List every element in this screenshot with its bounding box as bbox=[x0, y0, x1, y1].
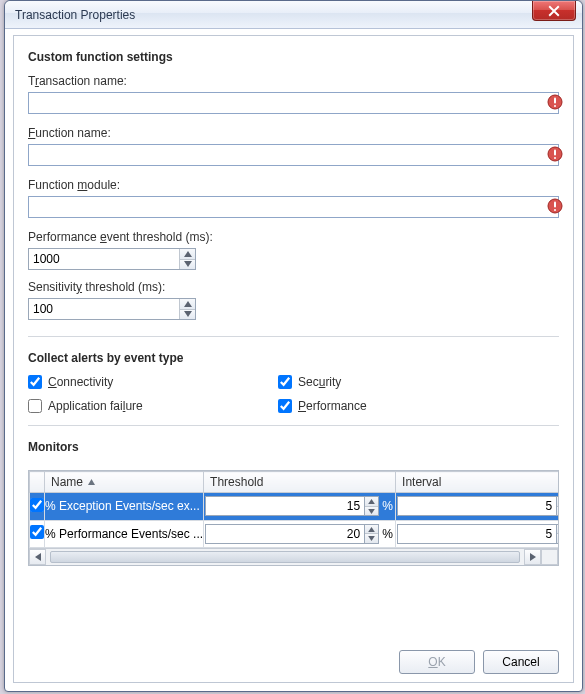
row-threshold-up[interactable] bbox=[365, 497, 378, 506]
row-name: % Exception Events/sec ex... bbox=[45, 493, 204, 521]
monitors-grid: Name Threshold Interval % Exception Even… bbox=[28, 470, 559, 566]
section-alerts-heading: Collect alerts by event type bbox=[28, 351, 559, 365]
checkbox-security-input[interactable] bbox=[278, 375, 292, 389]
row-threshold-up[interactable] bbox=[365, 525, 378, 534]
section-custom-heading: Custom function settings bbox=[28, 50, 559, 64]
perf-threshold-down[interactable] bbox=[180, 259, 195, 270]
transaction-name-label: Transaction name: bbox=[28, 74, 559, 88]
row-threshold-down[interactable] bbox=[365, 506, 378, 516]
row-interval-up[interactable] bbox=[557, 525, 558, 534]
checkbox-app-failure[interactable]: Application failure bbox=[28, 399, 278, 413]
function-name-input[interactable] bbox=[28, 144, 559, 166]
pct-label: % bbox=[381, 527, 394, 541]
pct-label: % bbox=[381, 499, 394, 513]
svg-rect-1 bbox=[554, 98, 556, 104]
row-threshold-input[interactable] bbox=[205, 524, 365, 544]
sensitivity-threshold-down[interactable] bbox=[180, 309, 195, 320]
close-icon bbox=[548, 5, 560, 17]
row-interval-up[interactable] bbox=[557, 497, 558, 506]
section-monitors-heading: Monitors bbox=[28, 440, 559, 454]
ok-button[interactable]: OK bbox=[399, 650, 475, 674]
perf-threshold-input[interactable] bbox=[29, 249, 179, 269]
sensitivity-threshold-spinner[interactable] bbox=[28, 298, 196, 320]
transaction-name-input[interactable] bbox=[28, 92, 559, 114]
checkbox-app-failure-input[interactable] bbox=[28, 399, 42, 413]
divider bbox=[28, 336, 559, 337]
window-title: Transaction Properties bbox=[15, 8, 135, 22]
row-interval-down[interactable] bbox=[557, 506, 558, 516]
row-checkbox[interactable] bbox=[30, 525, 44, 539]
row-checkbox[interactable] bbox=[30, 498, 44, 512]
sensitivity-threshold-label: Sensitivity threshold (ms): bbox=[28, 280, 559, 294]
row-threshold-spinner[interactable] bbox=[205, 524, 379, 544]
scrollbar-track[interactable] bbox=[46, 549, 524, 565]
error-icon bbox=[547, 94, 563, 110]
scroll-right-button[interactable] bbox=[524, 549, 541, 565]
dialog-footer: OK Cancel bbox=[28, 640, 559, 674]
row-threshold-spinner[interactable] bbox=[205, 496, 379, 516]
svg-rect-8 bbox=[554, 209, 556, 211]
table-row[interactable]: % Performance Events/sec ... % minutes bbox=[30, 520, 559, 548]
row-threshold-down[interactable] bbox=[365, 533, 378, 543]
row-interval-input[interactable] bbox=[397, 524, 557, 544]
row-threshold-input[interactable] bbox=[205, 496, 365, 516]
svg-rect-2 bbox=[554, 105, 556, 107]
perf-threshold-label: Performance event threshold (ms): bbox=[28, 230, 559, 244]
error-icon bbox=[547, 198, 563, 214]
function-module-label: Function module: bbox=[28, 178, 559, 192]
scroll-left-button[interactable] bbox=[29, 549, 46, 565]
close-button[interactable] bbox=[532, 1, 576, 21]
sensitivity-threshold-input[interactable] bbox=[29, 299, 179, 319]
row-interval-spinner[interactable] bbox=[397, 496, 558, 516]
client-area: Custom function settings Transaction nam… bbox=[13, 35, 574, 683]
divider bbox=[28, 425, 559, 426]
col-interval[interactable]: Interval bbox=[396, 472, 558, 493]
row-name: % Performance Events/sec ... bbox=[45, 520, 204, 548]
horizontal-scrollbar[interactable] bbox=[29, 548, 558, 565]
checkbox-performance[interactable]: Performance bbox=[278, 399, 559, 413]
col-threshold[interactable]: Threshold bbox=[204, 472, 396, 493]
checkbox-connectivity[interactable]: Connectivity bbox=[28, 375, 278, 389]
checkbox-connectivity-input[interactable] bbox=[28, 375, 42, 389]
col-name[interactable]: Name bbox=[45, 472, 204, 493]
table-row[interactable]: % Exception Events/sec ex... % minutes bbox=[30, 493, 559, 521]
svg-rect-5 bbox=[554, 157, 556, 159]
scrollbar-thumb[interactable] bbox=[50, 551, 520, 563]
cancel-button[interactable]: Cancel bbox=[483, 650, 559, 674]
perf-threshold-spinner[interactable] bbox=[28, 248, 196, 270]
checkbox-security[interactable]: Security bbox=[278, 375, 559, 389]
titlebar[interactable]: Transaction Properties bbox=[5, 1, 582, 29]
perf-threshold-up[interactable] bbox=[180, 249, 195, 259]
sort-asc-icon bbox=[87, 478, 96, 487]
sensitivity-threshold-up[interactable] bbox=[180, 299, 195, 309]
function-name-label: Function name: bbox=[28, 126, 559, 140]
svg-rect-7 bbox=[554, 202, 556, 208]
row-interval-down[interactable] bbox=[557, 533, 558, 543]
scrollbar-corner bbox=[541, 549, 558, 565]
checkbox-performance-input[interactable] bbox=[278, 399, 292, 413]
function-module-input[interactable] bbox=[28, 196, 559, 218]
row-interval-spinner[interactable] bbox=[397, 524, 558, 544]
svg-rect-4 bbox=[554, 150, 556, 156]
row-interval-input[interactable] bbox=[397, 496, 557, 516]
dialog-window: Transaction Properties Custom function s… bbox=[4, 0, 583, 692]
error-icon bbox=[547, 146, 563, 162]
col-check[interactable] bbox=[30, 472, 45, 493]
